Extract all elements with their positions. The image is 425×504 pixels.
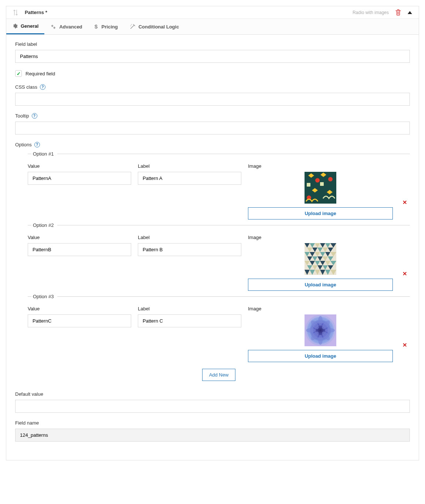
tooltip-label: Tooltip	[15, 113, 29, 119]
tabs: General Advanced $ Pricing Conditional L…	[6, 19, 419, 35]
value-label: Value	[28, 163, 131, 169]
label-label: Label	[138, 235, 241, 240]
tooltip-row: Tooltip ?	[15, 113, 410, 134]
tab-general[interactable]: General	[6, 19, 44, 34]
option-label-input[interactable]	[138, 172, 241, 185]
options-label: Options	[15, 142, 32, 147]
help-icon[interactable]: ?	[40, 84, 45, 90]
field-type-label: Radio with images	[353, 10, 389, 15]
tooltip-input[interactable]	[15, 122, 410, 134]
collapse-toggle-icon[interactable]	[408, 11, 412, 14]
panel-title: Patterns *	[25, 10, 47, 15]
option-value-input[interactable]	[28, 243, 131, 256]
remove-option-icon[interactable]: ✕	[400, 199, 410, 206]
gears-icon	[50, 24, 56, 30]
drag-handle-icon[interactable]	[13, 10, 18, 16]
default-value-row: Default value	[15, 391, 410, 413]
image-label: Image	[248, 306, 261, 311]
panel-header: Patterns * Radio with images	[6, 6, 419, 19]
option-label-input[interactable]	[138, 243, 241, 256]
field-name-input	[15, 429, 410, 442]
upload-image-button[interactable]: Upload image	[248, 279, 393, 291]
tab-label: Advanced	[59, 24, 82, 30]
svg-rect-12	[307, 183, 310, 187]
required-label: Required field	[26, 71, 55, 76]
tab-pricing[interactable]: $ Pricing	[88, 19, 124, 34]
svg-point-61	[325, 328, 335, 333]
label-label: Label	[138, 163, 241, 169]
tab-advanced[interactable]: Advanced	[44, 19, 88, 34]
gear-icon	[12, 23, 18, 29]
value-label: Value	[28, 235, 131, 240]
help-icon[interactable]: ?	[34, 142, 40, 147]
upload-image-button[interactable]: Upload image	[248, 207, 393, 219]
image-label: Image	[248, 235, 261, 240]
option-block: Option #2 Value Label Image	[28, 222, 410, 292]
option-value-input[interactable]	[28, 172, 131, 185]
option-legend: Option #3	[31, 294, 57, 299]
option-value-input[interactable]	[28, 314, 131, 327]
css-class-input[interactable]	[15, 93, 410, 106]
option-block: Option #3 Value Label Image	[28, 294, 410, 364]
option-label-input[interactable]	[138, 314, 241, 327]
svg-text:$: $	[94, 24, 98, 30]
field-label-input[interactable]	[15, 50, 410, 63]
svg-point-8	[315, 178, 320, 183]
option-legend: Option #1	[31, 151, 57, 157]
svg-point-60	[306, 328, 316, 333]
tab-label: Conditional Logic	[139, 24, 179, 30]
option-image-thumb	[305, 314, 336, 346]
css-class-label: CSS class	[15, 84, 37, 90]
label-label: Label	[138, 306, 241, 311]
option-block: Option #1 Value Label Image	[28, 151, 410, 221]
add-new-button[interactable]: Add New	[202, 369, 236, 381]
default-value-input[interactable]	[15, 400, 410, 413]
svg-point-59	[318, 335, 323, 345]
remove-option-icon[interactable]: ✕	[400, 270, 410, 277]
upload-image-button[interactable]: Upload image	[248, 350, 393, 362]
help-icon[interactable]: ?	[32, 113, 37, 119]
image-label: Image	[248, 163, 261, 169]
magic-wand-icon	[130, 24, 136, 30]
delete-icon[interactable]	[395, 9, 401, 16]
option-image-thumb	[305, 172, 336, 204]
field-label-label: Field label	[15, 41, 410, 47]
svg-point-58	[318, 316, 323, 326]
tab-label: General	[21, 23, 38, 29]
field-label-row: Field label	[15, 41, 410, 63]
option-legend: Option #2	[31, 222, 57, 228]
required-checkbox[interactable]	[15, 70, 22, 77]
field-name-row: Field name	[15, 420, 410, 442]
options-section: Options ? Option #1 Value Label	[15, 142, 410, 381]
svg-rect-11	[320, 182, 324, 186]
tab-conditional-logic[interactable]: Conditional Logic	[124, 19, 185, 34]
dollar-icon: $	[94, 24, 99, 30]
css-class-row: CSS class ?	[15, 84, 410, 106]
tab-label: Pricing	[102, 24, 118, 30]
default-value-label: Default value	[15, 391, 410, 397]
svg-point-9	[328, 177, 333, 181]
panel-body: Field label Required field CSS class ? T…	[6, 35, 419, 460]
remove-option-icon[interactable]: ✕	[400, 342, 410, 348]
option-image-thumb	[305, 243, 336, 275]
required-row: Required field	[15, 70, 410, 77]
value-label: Value	[28, 306, 131, 311]
field-name-label: Field name	[15, 420, 410, 426]
field-config-panel: Patterns * Radio with images General Adv…	[6, 6, 419, 460]
